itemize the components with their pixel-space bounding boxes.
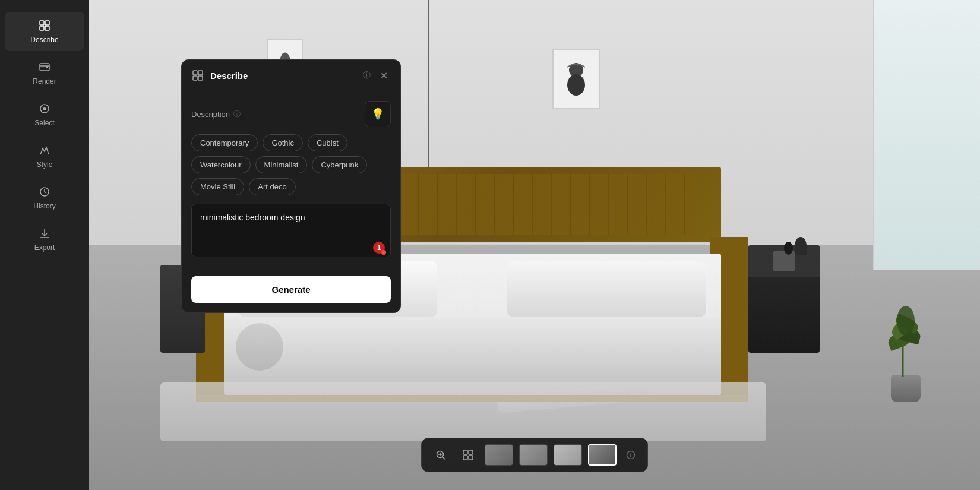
svg-rect-23 (463, 456, 467, 460)
sidebar-item-select[interactable]: Select (5, 95, 84, 134)
zoom-icon (435, 450, 446, 460)
svg-rect-14 (198, 71, 203, 75)
sidebar-item-label: Export (34, 244, 55, 252)
style-tag-movie-still[interactable]: Movie Still (191, 178, 244, 195)
panel-close-button[interactable]: ✕ (377, 68, 391, 83)
style-tag-contemporary[interactable]: Contemporary (191, 134, 258, 151)
thumbnail-2-image (520, 445, 547, 465)
svg-rect-15 (193, 76, 197, 80)
sidebar-item-export[interactable]: Export (5, 220, 84, 259)
info-button[interactable] (622, 447, 639, 463)
svg-point-12 (567, 74, 585, 96)
lightbulb-button[interactable]: 💡 (365, 101, 391, 127)
thumbnail-3-image (554, 445, 581, 465)
thumbnail-4[interactable] (588, 444, 617, 466)
zoom-button[interactable] (430, 444, 451, 466)
describe-panel: Describe ⓘ ✕ Description ⓘ 💡 Contemporar… (181, 59, 401, 313)
style-tag-cyberpunk[interactable]: Cyberpunk (312, 156, 367, 173)
style-tag-cubist[interactable]: Cubist (308, 134, 347, 151)
style-tag-gothic[interactable]: Gothic (263, 134, 303, 151)
sidebar: Describe Render Select Style (0, 0, 89, 490)
history-icon (38, 185, 51, 198)
sidebar-item-style[interactable]: Style (5, 137, 84, 176)
style-icon (38, 144, 51, 157)
svg-rect-2 (40, 26, 44, 30)
bottom-toolbar (421, 438, 648, 472)
wall-art-right (552, 49, 600, 109)
svg-rect-16 (198, 76, 203, 80)
description-label: Description ⓘ (191, 109, 241, 119)
render-icon (38, 61, 51, 74)
sidebar-item-describe[interactable]: Describe (5, 12, 84, 51)
indoor-plant (876, 295, 935, 402)
thumbnail-1[interactable] (485, 444, 513, 466)
textarea-badge-dot (381, 250, 386, 255)
generate-button[interactable]: Generate (191, 276, 391, 303)
svg-rect-0 (40, 21, 44, 25)
panel-header-grid-icon (191, 69, 204, 82)
main-canvas: Describe ⓘ ✕ Description ⓘ 💡 Contemporar… (89, 0, 980, 490)
panel-footer: Generate (182, 269, 400, 312)
panel-title: Describe (210, 71, 357, 81)
sidebar-item-label: Render (33, 77, 56, 86)
export-icon (38, 227, 51, 240)
description-textarea[interactable] (191, 204, 391, 257)
lightbulb-icon: 💡 (371, 108, 384, 121)
svg-rect-3 (45, 26, 49, 30)
sidebar-item-label: History (33, 202, 55, 210)
bedroom-window (873, 0, 980, 270)
style-tag-art-deco[interactable]: Art deco (249, 178, 295, 195)
thumbnail-1-image (485, 445, 513, 465)
grid-toggle-icon (463, 450, 473, 460)
svg-line-18 (443, 457, 445, 460)
thumbnail-2[interactable] (519, 444, 548, 466)
style-tag-watercolour[interactable]: Watercolour (191, 156, 251, 173)
sidebar-item-label: Style (37, 160, 53, 169)
grid-icon (38, 19, 51, 32)
style-tag-minimalist[interactable]: Minimalist (255, 156, 308, 173)
text-input-area: 1 (191, 204, 391, 260)
sidebar-item-history[interactable]: History (5, 178, 84, 217)
thumbnail-3[interactable] (554, 444, 582, 466)
svg-point-8 (43, 107, 46, 110)
style-tags-container: Contemporary Gothic Cubist Watercolour M… (191, 134, 391, 195)
description-info-icon[interactable]: ⓘ (233, 109, 241, 119)
grid-toggle-button[interactable] (457, 444, 479, 466)
svg-rect-22 (469, 450, 473, 454)
panel-info-icon[interactable]: ⓘ (363, 70, 371, 81)
info-icon (626, 450, 636, 460)
description-header: Description ⓘ 💡 (191, 101, 391, 127)
svg-rect-13 (193, 71, 197, 75)
thumbnail-4-image (589, 445, 615, 464)
svg-rect-21 (463, 450, 467, 454)
select-icon (38, 102, 51, 115)
panel-body: Description ⓘ 💡 Contemporary Gothic Cubi… (182, 91, 400, 269)
sidebar-item-label: Describe (30, 36, 58, 44)
svg-rect-1 (45, 21, 49, 25)
sidebar-item-render[interactable]: Render (5, 53, 84, 93)
svg-point-27 (630, 453, 631, 454)
sidebar-item-label: Select (34, 119, 54, 127)
panel-header: Describe ⓘ ✕ (182, 60, 400, 91)
svg-rect-24 (469, 456, 473, 460)
